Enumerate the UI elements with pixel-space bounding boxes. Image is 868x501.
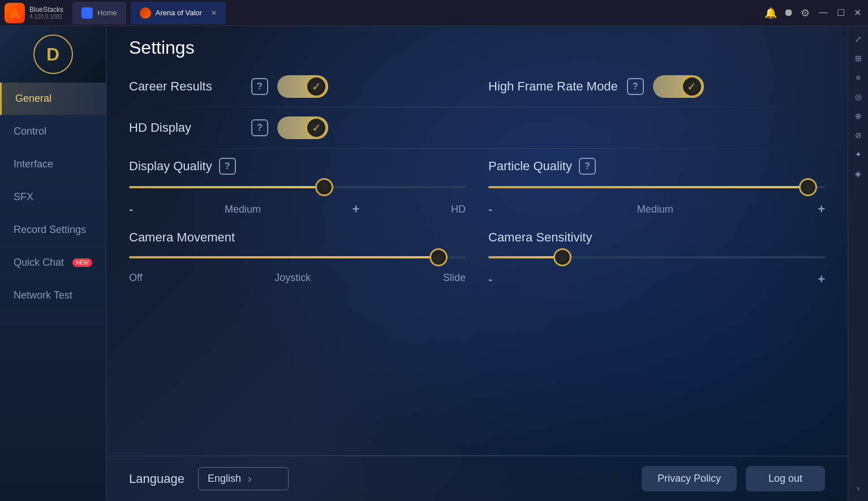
camera-sensitivity-slider-wrap xyxy=(488,252,825,263)
career-results-setting: Career Results ? ✓ xyxy=(129,75,466,98)
hd-display-knob: ✓ xyxy=(306,117,327,139)
tab-close-icon[interactable]: ✕ xyxy=(211,9,217,17)
app-logo xyxy=(5,3,25,23)
display-quality-help[interactable]: ? xyxy=(219,158,236,175)
camera-movement-track xyxy=(129,256,466,258)
settings-header: Settings xyxy=(106,26,848,64)
tab-home[interactable]: Home xyxy=(72,2,126,24)
display-quality-section: Display Quality ? - Medium + xyxy=(129,158,466,217)
display-quality-track xyxy=(129,186,466,188)
settings-title: Settings xyxy=(129,37,825,58)
app-version: 4.120.0.1081 xyxy=(29,14,63,20)
sidebar-item-interface[interactable]: Interface xyxy=(0,148,106,181)
chevron-right-icon: › xyxy=(248,472,252,485)
particle-quality-thumb[interactable] xyxy=(799,178,817,196)
settings-footer: Language English › Privacy Policy Log ou… xyxy=(106,456,848,501)
right-panel: Settings Career Results ? ✓ High Frame R… xyxy=(106,26,848,501)
camera-sensitivity-label: Camera Sensitivity xyxy=(488,230,592,245)
maximize-button[interactable]: ☐ xyxy=(835,7,847,18)
settings-content: Career Results ? ✓ High Frame Rate Mode … xyxy=(106,64,848,455)
toggle-row-1: Career Results ? ✓ High Frame Rate Mode … xyxy=(129,75,825,98)
notification-icon[interactable]: 🔔 xyxy=(764,7,777,19)
particle-quality-fill xyxy=(488,186,808,188)
window-controls: — ☐ ✕ xyxy=(817,7,863,18)
language-label: Language xyxy=(129,472,184,486)
particle-quality-plus[interactable]: + xyxy=(818,202,825,217)
sidebar-item-control[interactable]: Control xyxy=(0,115,106,148)
hd-display-setting: HD Display ? ✓ xyxy=(129,116,825,139)
title-bar-right: 🔔 ⏺ ⚙ — ☐ ✕ xyxy=(764,7,863,19)
high-frame-rate-label: High Frame Rate Mode xyxy=(488,79,618,94)
sidebar-item-interface-label: Interface xyxy=(14,158,53,170)
menu-icon[interactable]: ≡ xyxy=(850,69,867,86)
right-sidebar: ⤢ ⊞ ≡ ◎ ⊕ ⊘ ✦ ◈ › xyxy=(848,26,868,501)
tab-arena[interactable]: Arena of Valor ✕ xyxy=(131,2,226,24)
sidebar-item-sfx[interactable]: SFX xyxy=(0,181,106,214)
camera-sensitivity-minus[interactable]: - xyxy=(488,272,492,287)
particle-quality-section: Particle Quality ? - Medium + xyxy=(488,158,825,217)
hd-display-toggle[interactable]: ✓ xyxy=(277,116,328,139)
chevron-right-sidebar[interactable]: › xyxy=(850,480,867,496)
star-icon[interactable]: ✦ xyxy=(850,146,867,163)
sidebar-item-network-label: Network Test xyxy=(14,290,72,301)
display-quality-thumb[interactable] xyxy=(315,178,333,196)
tab-home-label: Home xyxy=(97,8,117,17)
sidebar-nav: General Control Interface SFX Record Set… xyxy=(0,83,106,501)
camera-sensitivity-header: Camera Sensitivity xyxy=(488,230,825,245)
display-quality-minus[interactable]: - xyxy=(129,202,133,217)
logo-circle: D xyxy=(33,34,73,74)
hd-display-label: HD Display xyxy=(129,120,242,135)
particle-quality-track xyxy=(488,186,825,188)
particle-quality-slider-wrap xyxy=(488,182,825,193)
particle-quality-label: Particle Quality xyxy=(488,159,572,174)
particle-quality-header: Particle Quality ? xyxy=(488,158,825,175)
sidebar-item-quickchat[interactable]: Quick Chat NEW xyxy=(0,247,106,279)
grid-icon[interactable]: ⊞ xyxy=(850,50,867,67)
block-icon[interactable]: ⊘ xyxy=(850,127,867,144)
add-icon[interactable]: ⊕ xyxy=(850,107,867,124)
sidebar-item-record[interactable]: Record Settings xyxy=(0,214,106,247)
sidebar-item-general[interactable]: General xyxy=(0,83,106,115)
slider-row-1: Display Quality ? - Medium + xyxy=(129,158,825,217)
camera-movement-section: Camera Movement Off Joystick Slide xyxy=(129,230,466,287)
settings-icon[interactable]: ⚙ xyxy=(801,7,810,19)
new-badge: NEW xyxy=(72,258,92,267)
camera-movement-header: Camera Movement xyxy=(129,230,466,245)
career-results-help[interactable]: ? xyxy=(251,78,268,95)
divider-2 xyxy=(129,148,825,149)
hd-display-help[interactable]: ? xyxy=(251,119,268,136)
tab-arena-label: Arena of Valor xyxy=(156,8,202,17)
camera-sensitivity-track xyxy=(488,256,825,258)
arena-icon xyxy=(140,7,151,19)
logout-button[interactable]: Log out xyxy=(746,466,825,491)
sidebar-item-control-label: Control xyxy=(14,126,46,137)
display-quality-label: Display Quality xyxy=(129,159,212,174)
particle-quality-help[interactable]: ? xyxy=(579,158,596,175)
camera-sensitivity-thumb[interactable] xyxy=(553,248,571,266)
display-quality-labels: - Medium + HD xyxy=(129,202,466,217)
career-results-toggle[interactable]: ✓ xyxy=(277,75,328,98)
privacy-policy-button[interactable]: Privacy Policy xyxy=(642,466,737,491)
home-icon xyxy=(81,7,93,19)
minimize-button[interactable]: — xyxy=(817,7,830,18)
particle-quality-minus[interactable]: - xyxy=(488,202,492,217)
close-button[interactable]: ✕ xyxy=(852,7,863,18)
high-frame-rate-knob: ✓ xyxy=(681,76,703,97)
display-quality-plus[interactable]: + xyxy=(353,202,360,217)
high-frame-rate-help[interactable]: ? xyxy=(627,78,644,95)
display-quality-slider-wrap xyxy=(129,182,466,193)
target-icon[interactable]: ◎ xyxy=(850,88,867,105)
camera-sensitivity-plus[interactable]: + xyxy=(818,272,825,287)
high-frame-rate-toggle[interactable]: ✓ xyxy=(653,75,704,98)
record-icon[interactable]: ⏺ xyxy=(784,7,794,19)
display-quality-right: HD xyxy=(451,204,466,215)
high-frame-rate-setting: High Frame Rate Mode ? ✓ xyxy=(488,75,825,98)
diamond-icon[interactable]: ◈ xyxy=(850,165,867,182)
camera-sensitivity-empty xyxy=(562,256,825,258)
sidebar-item-quickchat-label: Quick Chat xyxy=(14,257,64,269)
language-selector[interactable]: English › xyxy=(198,467,289,490)
expand-icon[interactable]: ⤢ xyxy=(850,31,867,47)
camera-movement-fill xyxy=(129,256,439,258)
sidebar-item-network[interactable]: Network Test xyxy=(0,279,106,312)
camera-movement-thumb[interactable] xyxy=(429,248,448,266)
